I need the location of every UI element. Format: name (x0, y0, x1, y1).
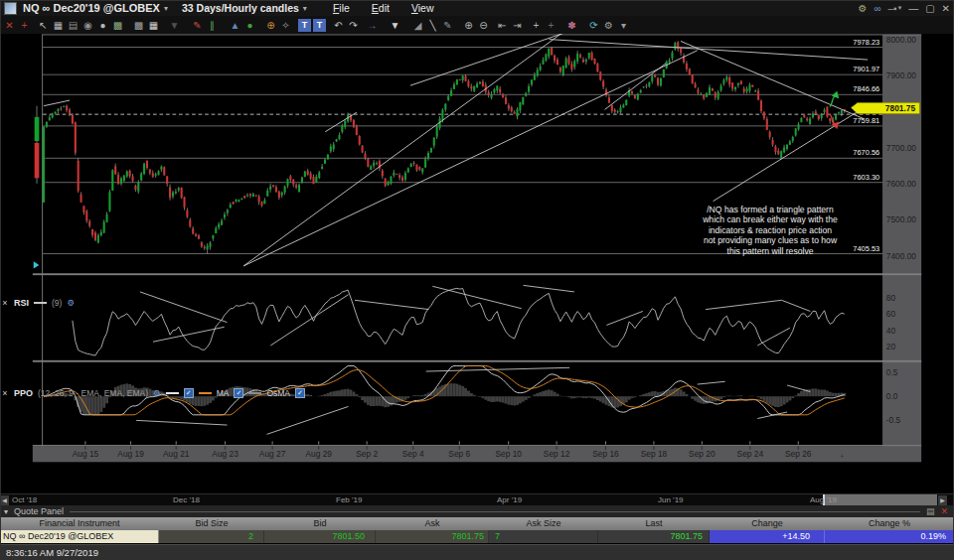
restore-icon[interactable]: ▢ (925, 3, 934, 14)
time-scrollbar: ◀ ▶ Oct '18Dec '18Feb '19Apr '19Jun '19A… (0, 493, 954, 505)
pin-caret-icon[interactable]: ▾ (898, 4, 902, 12)
quote-ask-size: 7 (489, 530, 598, 543)
target-tool-icon[interactable]: ⊕ (264, 19, 277, 32)
rsi-label: RSI (14, 298, 29, 308)
col-ask-size[interactable]: Ask Size (489, 517, 598, 530)
col-bid-size[interactable]: Bid Size (159, 517, 264, 530)
timeframe-selector[interactable]: 33 Days/Hourly candles (182, 2, 299, 14)
ppo-osma-label: OsMA (266, 388, 290, 398)
pan-left-icon[interactable]: ⇤ (496, 19, 509, 32)
link-icon[interactable]: ∞ (874, 3, 880, 14)
move-tool-icon[interactable]: + (18, 19, 31, 32)
ppo-close-icon[interactable]: × (1, 388, 9, 398)
svg-text:Sep 20: Sep 20 (689, 449, 716, 459)
menu-edit[interactable]: Edit (372, 2, 390, 14)
layout-grid-icon[interactable]: ▦ (147, 19, 160, 32)
rsi-period: (9) (52, 298, 62, 308)
ray-tool-icon[interactable]: ╲ (426, 19, 439, 32)
svg-text:0.0: 0.0 (886, 391, 898, 401)
chart-style-icon[interactable]: ▩ (111, 19, 124, 32)
scrollbar-month-label: Apr '19 (497, 495, 522, 504)
col-ask[interactable]: Ask (376, 517, 489, 530)
ppo-ma-line-sample (199, 392, 212, 394)
chart-annotation-text: /NQ has formed a triangle pattern which … (649, 205, 891, 256)
chart-svg[interactable]: 7978.237901.977846.667792.117759.817670.… (0, 34, 954, 493)
svg-text:60: 60 (886, 309, 896, 319)
svg-text:Aug 19: Aug 19 (117, 449, 144, 459)
timeframe-caret-icon[interactable]: ▾ (303, 4, 307, 13)
ellipse-tool-icon[interactable]: ● (243, 19, 256, 32)
col-bid[interactable]: Bid (264, 517, 376, 530)
forward-icon[interactable]: → (366, 19, 379, 32)
eraser-icon[interactable]: ◢ (411, 19, 424, 32)
trendline-tool-icon[interactable]: ✎ (191, 19, 204, 32)
circle-tool-icon[interactable]: ● (96, 19, 109, 32)
gear-icon[interactable]: ⚙ (858, 3, 867, 14)
refresh-icon[interactable]: ⟳ (587, 19, 600, 32)
ppo-checkbox[interactable]: ✓ (184, 388, 194, 398)
col-last[interactable]: Last (598, 517, 710, 530)
scroll-left-icon[interactable]: ◀ (0, 495, 9, 505)
triangle-tool-icon[interactable]: ▲ (229, 19, 241, 32)
svg-text:20: 20 (886, 342, 896, 351)
text-note2-icon[interactable]: T (313, 19, 326, 32)
chart-grid-icon[interactable]: ▩ (132, 19, 145, 32)
redo-icon[interactable]: ↷ (347, 19, 360, 32)
crosshair-icon[interactable]: + (530, 19, 543, 32)
quote-instrument[interactable]: NQ ∞ Dec20'19 @GLOBEX (0, 530, 159, 543)
rsi-close-icon[interactable]: × (1, 298, 9, 308)
svg-text:Sep 4: Sep 4 (402, 449, 424, 459)
col-change[interactable]: Change (710, 517, 825, 530)
quote-close-icon[interactable]: ✕ (940, 506, 948, 516)
zoom-in-icon[interactable]: ⊕ (462, 19, 475, 32)
ppo-settings-icon[interactable]: ⚙ (153, 388, 161, 398)
menu-view[interactable]: View (411, 2, 434, 14)
interval-caret-icon[interactable]: ▼ (168, 19, 181, 32)
pan-right-icon[interactable]: ⇥ (511, 19, 524, 32)
snapshot-icon[interactable]: ◉ (81, 19, 94, 32)
flag-tool-icon[interactable]: ✽ (565, 19, 578, 32)
crosshair2-icon[interactable]: + (545, 19, 557, 32)
ppo-ma-label: MA (217, 388, 230, 398)
quote-panel-title: Quote Panel (14, 506, 64, 516)
pin-icon[interactable]: ‒▪ (888, 3, 897, 14)
scroll-right-icon[interactable]: ▶ (938, 495, 947, 505)
grid-tool-icon[interactable]: ▦ (52, 19, 65, 32)
svg-text:Sep 18: Sep 18 (641, 449, 668, 459)
ppo-panel-header: × PPO (12, 26, 9 - EMA, EMA, EMA) ⚙ ✓ MA… (1, 388, 305, 398)
rsi-settings-icon[interactable]: ⚙ (67, 298, 75, 308)
svg-text:80: 80 (886, 293, 896, 303)
quote-collapse-icon[interactable]: ▾ (4, 507, 8, 516)
print-icon[interactable]: ▤ (67, 19, 80, 32)
pencil-icon[interactable]: ✎ (441, 19, 454, 32)
close-icon[interactable]: ✕ (942, 3, 950, 14)
svg-text:Sep 16: Sep 16 (592, 449, 619, 459)
minimize-icon[interactable]: — (908, 3, 918, 14)
svg-text:Aug 21: Aug 21 (163, 449, 190, 459)
symbol-caret-icon[interactable]: ▾ (164, 4, 168, 13)
menu-file[interactable]: File (333, 2, 350, 14)
ppo-label: PPO (14, 388, 33, 398)
undo-icon[interactable]: ↶ (332, 19, 345, 32)
svg-text:+: + (840, 452, 844, 461)
zoom-out-icon[interactable]: ⊖ (477, 19, 490, 32)
close-x-icon[interactable]: ✕ (3, 19, 16, 32)
ppo-ma-checkbox[interactable]: ✓ (234, 388, 243, 398)
quote-last: 7801.75 (598, 530, 710, 543)
col-financial-instrument[interactable]: Financial Instrument (0, 517, 159, 530)
scrollbar-thumb[interactable] (823, 494, 937, 505)
symbol-title[interactable]: NQ ∞ Dec20'19 @GLOBEX (23, 2, 160, 14)
more-caret-icon[interactable]: ▾ (617, 19, 630, 32)
quote-print-icon[interactable]: ▤ (926, 506, 935, 516)
candles-tool-icon[interactable]: ∥ (206, 19, 219, 32)
tools-caret-icon[interactable]: ▼ (389, 19, 401, 32)
text-note-icon[interactable]: T (298, 19, 311, 32)
quote-row[interactable]: NQ ∞ Dec20'19 @GLOBEX 2 7801.50 7801.75 … (0, 530, 954, 543)
ppo-osma-checkbox[interactable]: ✓ (295, 388, 305, 398)
cursor-tool-icon[interactable]: ↖ (37, 19, 50, 32)
settings-wrench-icon[interactable]: ⚙ (602, 19, 615, 32)
pick-tool-icon[interactable]: ✧ (279, 19, 292, 32)
col-change-pct[interactable]: Change % (825, 517, 954, 530)
svg-text:Sep 6: Sep 6 (448, 449, 470, 459)
svg-text:Sep 24: Sep 24 (737, 449, 764, 459)
